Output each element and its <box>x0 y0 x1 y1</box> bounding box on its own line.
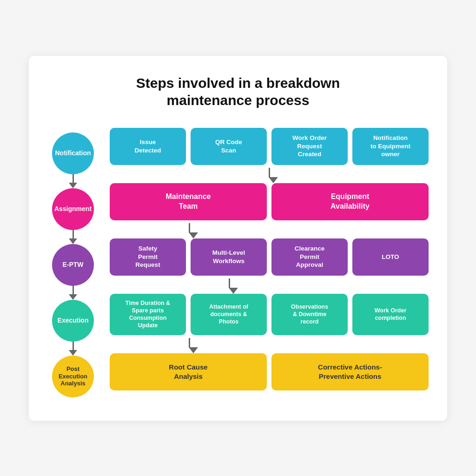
box-observations-downtime: Observations & Downtime record <box>271 294 348 335</box>
circle-item-post-execution: Post Execution Analysis <box>52 356 94 397</box>
circle-item-execution: Execution <box>52 300 94 342</box>
grid-row-assignment: Maintenance Team Equipment Availability <box>110 183 429 220</box>
circle-eptw-label: E-PTW <box>62 261 83 269</box>
grid-row-post-execution: Root Cause Analysis Corrective Actions- … <box>110 353 429 390</box>
circle-execution-label: Execution <box>58 317 89 324</box>
circle-item-eptw: E-PTW <box>52 244 94 286</box>
grid-row-execution: Time Duration & Spare parts Consumption … <box>110 294 429 335</box>
box-loto: LOTO <box>352 238 429 276</box>
box-equipment-availability: Equipment Availability <box>271 183 429 220</box>
circle-post-execution-label: Post Execution Analysis <box>59 365 87 387</box>
box-work-order-request: Work Order Request Created <box>271 128 348 165</box>
arrow-eptw-execution <box>69 286 77 300</box>
arrow-row4-row5 <box>110 338 429 353</box>
right-column: Issue Detected QR Code Scan Work Order R… <box>99 128 429 393</box>
box-maintenance-team: Maintenance Team <box>110 183 267 220</box>
arrow-row3-row4 <box>110 278 429 294</box>
arrow-row2-row3 <box>110 223 429 238</box>
circle-notification: Notification <box>52 132 94 174</box>
arrow-row1-row2 <box>110 168 429 183</box>
left-column: Notification Assignment E-PTW <box>47 128 99 397</box>
circle-execution: Execution <box>52 300 94 342</box>
diagram: Notification Assignment E-PTW <box>47 128 429 397</box>
page-title: Steps involved in a breakdownmaintenance… <box>47 74 429 109</box>
box-clearance-permit: Clearance Permit Approval <box>271 238 348 276</box>
arrow-execution-post <box>69 342 77 356</box>
main-card: Steps involved in a breakdownmaintenance… <box>29 56 447 421</box>
box-safety-permit: Safety Permit Request <box>110 238 186 276</box>
grid-row-eptw: Safety Permit Request Multi-Level Workfl… <box>110 238 429 276</box>
box-root-cause-analysis: Root Cause Analysis <box>110 353 267 390</box>
circle-item-assignment: Assignment <box>52 188 94 230</box>
circle-assignment-label: Assignment <box>54 205 92 213</box>
arrow-assignment-eptw <box>69 230 77 244</box>
circle-eptw: E-PTW <box>52 244 94 286</box>
grid-row-notification: Issue Detected QR Code Scan Work Order R… <box>110 128 429 165</box>
box-qr-code-scan: QR Code Scan <box>191 128 267 165</box>
box-multi-level-workflows: Multi-Level Workflows <box>191 238 267 276</box>
box-time-duration: Time Duration & Spare parts Consumption … <box>110 294 186 335</box>
box-work-order-completion: Work Order completion <box>352 294 429 335</box>
box-corrective-actions: Corrective Actions- Preventive Actions <box>271 353 429 390</box>
circle-post-execution: Post Execution Analysis <box>52 356 94 397</box>
box-issue-detected: Issue Detected <box>110 128 186 165</box>
circle-notification-label: Notification <box>55 149 91 157</box>
circle-item-notification: Notification <box>52 132 94 174</box>
arrow-notification-assignment <box>69 174 77 188</box>
circle-assignment: Assignment <box>52 188 94 230</box>
box-notification-equipment: Notification to Equipment owner <box>352 128 429 165</box>
box-attachment-docs: Attachment of documents & Photos <box>191 294 267 335</box>
